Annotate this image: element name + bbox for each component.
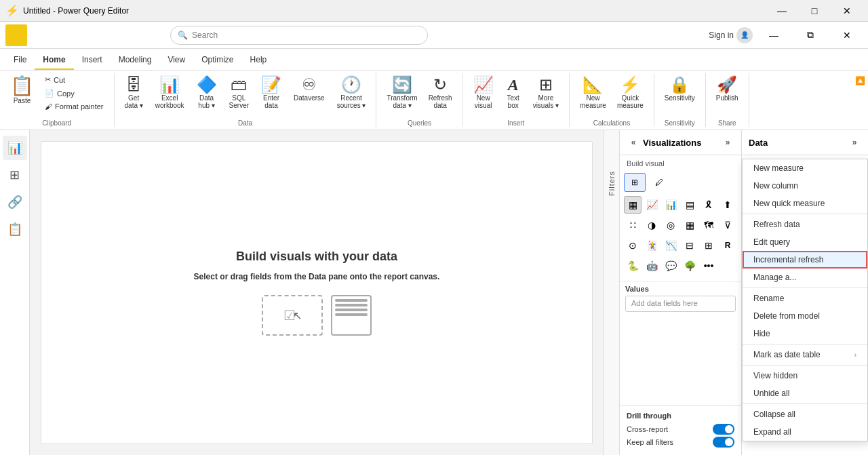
tab-file[interactable]: File — [5, 51, 35, 70]
menu-manage[interactable]: Manage a... — [743, 269, 867, 286]
get-data-button[interactable]: 🗄 Getdata ▾ — [120, 73, 148, 113]
recent-sources-button[interactable]: 🕐 Recentsources ▾ — [332, 73, 371, 113]
viz-more[interactable]: ••• — [700, 257, 717, 275]
sql-server-icon: 🗃 — [231, 77, 247, 93]
sidebar-report-icon[interactable]: 📊 — [3, 136, 27, 160]
menu-delete-from-model[interactable]: Delete from model — [743, 307, 867, 325]
app-close-btn[interactable]: ✕ — [831, 24, 863, 46]
menu-mark-as-date-table[interactable]: Mark as date table › — [743, 346, 867, 363]
cross-report-toggle[interactable] — [713, 424, 734, 435]
tab-home[interactable]: Home — [35, 51, 73, 70]
viz-funnel[interactable]: ⊽ — [719, 216, 736, 234]
canvas-title: Build visuals with your data — [236, 250, 397, 264]
viz-gauge[interactable]: ⊙ — [624, 237, 642, 254]
title-maximize-btn[interactable]: □ — [799, 0, 830, 22]
app-bar-right: Sign in 👤 — ⧉ ✕ — [709, 24, 863, 46]
menu-refresh-data[interactable]: Refresh data — [743, 216, 867, 233]
dataverse-button[interactable]: ♾ Dataverse — [289, 73, 330, 105]
viz-panel-header: « Visualizations » — [620, 130, 741, 155]
app-search-box[interactable]: 🔍 — [170, 26, 428, 45]
copy-button[interactable]: 📄Copy — [40, 87, 108, 100]
viz-treemap[interactable]: ▦ — [681, 216, 698, 234]
tab-modeling[interactable]: Modeling — [111, 51, 160, 70]
sql-server-button[interactable]: 🗃 SQLServer — [224, 73, 254, 113]
viz-waterfall[interactable]: ⬆ — [719, 196, 736, 214]
sign-in-button[interactable]: Sign in 👤 — [709, 27, 753, 43]
viz-pie[interactable]: ◑ — [643, 216, 660, 234]
menu-rename[interactable]: Rename — [743, 290, 867, 307]
format-painter-button[interactable]: 🖌Format painter — [40, 100, 108, 113]
tab-help[interactable]: Help — [242, 51, 275, 70]
menu-view-hidden[interactable]: View hidden — [743, 367, 867, 384]
sidebar-model-icon[interactable]: 🔗 — [3, 190, 27, 214]
app-maximize-btn[interactable]: ⧉ — [795, 24, 826, 46]
refresh-data-label: Refresh data — [753, 220, 800, 229]
menu-expand-all[interactable]: Expand all — [743, 423, 867, 441]
rename-label: Rename — [753, 294, 784, 303]
viz-map[interactable]: 🗺 — [700, 216, 717, 234]
menu-collapse-all[interactable]: Collapse all — [743, 405, 867, 423]
data-hub-button[interactable]: 🔷 Datahub ▾ — [192, 73, 222, 113]
left-sidebar: 📊 ⊞ 🔗 📋 — [0, 130, 30, 455]
refresh-data-button[interactable]: ↻ Refreshdata — [424, 73, 457, 113]
viz-ai[interactable]: 🤖 — [643, 257, 660, 275]
excel-workbook-button[interactable]: 📊 Excelworkbook — [151, 73, 189, 113]
cut-button[interactable]: ✂Cut — [40, 73, 108, 86]
new-visual-button[interactable]: 📈 Newvisual — [469, 73, 498, 113]
enter-data-button[interactable]: 📝 Enterdata — [256, 73, 286, 113]
sidebar-dax-icon[interactable]: 📋 — [3, 217, 27, 241]
publish-button[interactable]: 🚀 Publish — [711, 73, 743, 105]
quick-measure-button[interactable]: ⚡ Quickmeasure — [612, 73, 648, 113]
menu-hide[interactable]: Hide — [743, 325, 867, 342]
viz-ribbon-chart[interactable]: 🎗 — [700, 196, 717, 214]
tab-view[interactable]: View — [159, 51, 193, 70]
menu-incremental-refresh[interactable]: Incremental refresh Incremental refresh — [743, 251, 867, 269]
new-measure-button[interactable]: 📐 Newmeasure — [575, 73, 611, 113]
viz-bar-chart-2[interactable]: ▤ — [681, 196, 698, 214]
cross-report-label: Cross-report — [627, 425, 668, 433]
title-minimize-btn[interactable]: — — [766, 0, 797, 22]
app-search-input[interactable] — [192, 31, 420, 40]
viz-donut[interactable]: ◎ — [662, 216, 679, 234]
tab-insert[interactable]: Insert — [74, 51, 111, 70]
keep-all-filters-toggle[interactable] — [713, 437, 734, 448]
menu-new-column[interactable]: New column — [743, 177, 867, 195]
paste-button[interactable]: 📋 Paste — [5, 73, 39, 108]
viz-card[interactable]: 🃏 — [643, 237, 660, 254]
transform-data-button[interactable]: 🔄 Transformdata ▾ — [382, 73, 422, 113]
viz-table[interactable]: ⊟ — [681, 237, 698, 254]
collapse-ribbon-btn[interactable]: 🔼 — [852, 73, 868, 127]
menu-new-quick-measure[interactable]: New quick measure — [743, 195, 867, 212]
viz-bar-chart[interactable]: ▦ — [624, 196, 642, 214]
viz-line-chart[interactable]: 📈 — [643, 196, 660, 214]
sidebar-table-icon[interactable]: ⊞ — [3, 163, 27, 187]
tab-optimize[interactable]: Optimize — [193, 51, 241, 70]
viz-expand-btn[interactable]: » — [721, 136, 734, 149]
menu-new-measure[interactable]: New measure — [743, 159, 867, 177]
filters-label: Filters — [608, 171, 616, 196]
viz-scatter[interactable]: ∷ — [624, 216, 642, 234]
more-visuals-button[interactable]: ⊞ Morevisuals ▾ — [528, 73, 564, 113]
viz-decomp-tree[interactable]: 🌳 — [681, 257, 698, 275]
values-section: Values Add data fields here — [620, 281, 741, 315]
text-box-button[interactable]: A Textbox — [500, 73, 527, 113]
app-minimize-btn[interactable]: — — [758, 24, 789, 46]
viz-matrix[interactable]: ⊞ — [700, 237, 717, 254]
viz-kpi[interactable]: 📉 — [662, 237, 679, 254]
menu-edit-query[interactable]: Edit query — [743, 233, 867, 251]
viz-r-visual[interactable]: R — [719, 237, 736, 254]
sensitivity-button[interactable]: 🔒 Sensitivity — [660, 73, 700, 105]
viz-qna[interactable]: 💬 — [662, 257, 679, 275]
values-drop-zone[interactable]: Add data fields here — [625, 296, 736, 312]
new-measure-label: New measure — [753, 163, 804, 173]
viz-tab-grid[interactable]: ⊞ — [624, 173, 646, 192]
data-expand-btn[interactable]: » — [848, 136, 861, 149]
viz-collapse-btn[interactable]: « — [627, 136, 640, 149]
ribbon-tabs: File Home Insert Modeling View Optimize … — [0, 49, 868, 71]
viz-column-chart[interactable]: 📊 — [662, 196, 679, 214]
viz-python[interactable]: 🐍 — [624, 257, 642, 275]
new-column-label: New column — [753, 181, 798, 191]
title-close-btn[interactable]: ✕ — [831, 0, 863, 22]
menu-unhide-all[interactable]: Unhide all — [743, 384, 867, 402]
viz-tab-format[interactable]: 🖊 — [648, 173, 670, 192]
